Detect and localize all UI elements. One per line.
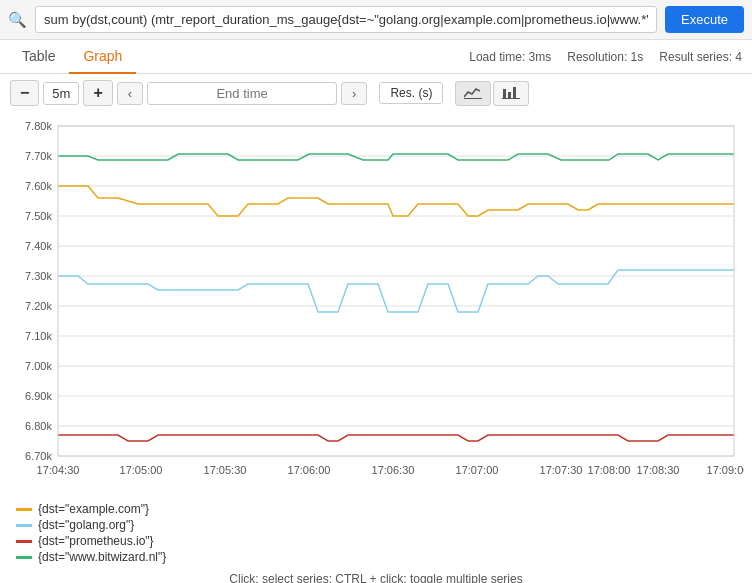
plus-button[interactable]: + (83, 80, 112, 106)
chart-svg: .grid-line { stroke: #e0e0e0; stroke-wid… (8, 116, 744, 496)
resolution: Resolution: 1s (567, 50, 643, 64)
legend-color-example (16, 508, 32, 511)
svg-text:17:08:30: 17:08:30 (637, 464, 680, 476)
svg-text:7.30k: 7.30k (25, 270, 52, 282)
series-yellow (58, 186, 734, 216)
tab-table[interactable]: Table (8, 40, 69, 74)
search-input[interactable] (35, 6, 657, 33)
result-series: Result series: 4 (659, 50, 742, 64)
svg-text:7.10k: 7.10k (25, 330, 52, 342)
svg-text:17:08:00: 17:08:00 (588, 464, 631, 476)
execute-button[interactable]: Execute (665, 6, 744, 33)
tab-graph[interactable]: Graph (69, 40, 136, 74)
svg-text:7.40k: 7.40k (25, 240, 52, 252)
legend-color-prometheus (16, 540, 32, 543)
load-time: Load time: 3ms (469, 50, 551, 64)
legend-label-bitwizard: {dst="www.bitwizard.nl"} (38, 550, 166, 564)
svg-text:7.60k: 7.60k (25, 180, 52, 192)
line-chart-button[interactable] (455, 81, 491, 106)
duration-badge: 5m (43, 82, 79, 105)
svg-text:17:06:00: 17:06:00 (288, 464, 331, 476)
legend-item-golang[interactable]: {dst="golang.org"} (16, 518, 736, 532)
series-green (58, 154, 734, 160)
chart-container: .grid-line { stroke: #e0e0e0; stroke-wid… (0, 112, 752, 496)
svg-text:7.50k: 7.50k (25, 210, 52, 222)
legend-item-example[interactable]: {dst="example.com"} (16, 502, 736, 516)
next-button[interactable]: › (341, 82, 367, 105)
end-time-input[interactable] (147, 82, 337, 105)
svg-rect-0 (464, 98, 482, 99)
svg-text:17:05:30: 17:05:30 (204, 464, 247, 476)
svg-rect-3 (513, 87, 516, 98)
svg-text:7.20k: 7.20k (25, 300, 52, 312)
legend-color-golang (16, 524, 32, 527)
legend-label-golang: {dst="golang.org"} (38, 518, 134, 532)
svg-text:6.80k: 6.80k (25, 420, 52, 432)
svg-rect-39 (58, 126, 734, 456)
svg-text:7.00k: 7.00k (25, 360, 52, 372)
svg-text:7.80k: 7.80k (25, 120, 52, 132)
line-chart-icon (464, 85, 482, 99)
svg-text:7.70k: 7.70k (25, 150, 52, 162)
legend-label-prometheus: {dst="prometheus.io"} (38, 534, 154, 548)
svg-text:17:07:30: 17:07:30 (540, 464, 583, 476)
controls-bar: − 5m + ‹ › Res. (s) (0, 74, 752, 112)
legend-hint: Click: select series; CTRL + click: togg… (0, 572, 752, 583)
x-axis: 17:04:30 17:05:00 17:05:30 17:06:00 17:0… (37, 464, 744, 476)
svg-text:6.90k: 6.90k (25, 390, 52, 402)
legend-item-bitwizard[interactable]: {dst="www.bitwizard.nl"} (16, 550, 736, 564)
search-bar: 🔍 Execute (0, 0, 752, 40)
bar-chart-button[interactable] (493, 81, 529, 106)
svg-text:17:06:30: 17:06:30 (372, 464, 415, 476)
svg-text:17:05:00: 17:05:00 (120, 464, 163, 476)
bar-chart-icon (502, 85, 520, 99)
prev-button[interactable]: ‹ (117, 82, 143, 105)
legend-color-bitwizard (16, 556, 32, 559)
tab-bar: Table Graph (0, 40, 144, 73)
legend-item-prometheus[interactable]: {dst="prometheus.io"} (16, 534, 736, 548)
svg-text:17:07:00: 17:07:00 (456, 464, 499, 476)
svg-text:17:04:30: 17:04:30 (37, 464, 80, 476)
svg-rect-4 (502, 98, 520, 99)
resolution-button[interactable]: Res. (s) (379, 82, 443, 104)
svg-text:6.70k: 6.70k (25, 450, 52, 462)
search-icon: 🔍 (8, 11, 27, 29)
series-red (58, 435, 734, 441)
svg-text:17:09:00: 17:09:00 (707, 464, 744, 476)
minus-button[interactable]: − (10, 80, 39, 106)
y-axis: 7.80k 7.70k 7.60k 7.50k 7.40k 7.30k 7.20… (25, 120, 734, 462)
legend-label-example: {dst="example.com"} (38, 502, 149, 516)
svg-rect-2 (508, 92, 511, 98)
legend: {dst="example.com"} {dst="golang.org"} {… (0, 496, 752, 572)
svg-rect-1 (503, 89, 506, 98)
status-bar: Load time: 3ms Resolution: 1s Result ser… (459, 48, 752, 66)
